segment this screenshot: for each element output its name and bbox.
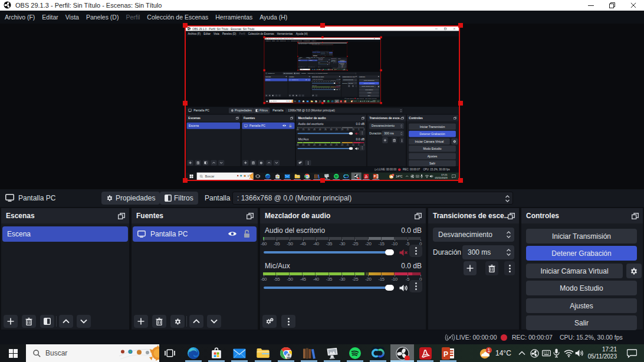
scene-list-item: Escena <box>265 78 287 81</box>
virtual-camera-settings-button[interactable] <box>626 264 642 278</box>
filters-button[interactable]: Filtros <box>160 192 198 205</box>
handle-top-right[interactable] <box>458 23 463 28</box>
window-titlebar: OBS 29.1.3 - Perfil: Sin Título - Escena… <box>0 0 644 11</box>
remove-source-button[interactable] <box>152 315 166 328</box>
remove-transition-button[interactable] <box>485 261 498 275</box>
menu-ayuda[interactable]: Ayuda (H) <box>256 11 291 24</box>
mute-button-unmuted-icon <box>355 147 359 150</box>
transition-properties-button[interactable] <box>504 261 515 275</box>
display-select-combo[interactable]: : 1366x768 @ 0,0 (Monitor principal) <box>232 192 513 205</box>
add-scene-button[interactable] <box>4 315 18 328</box>
menu-perfil[interactable]: Perfil <box>122 11 143 24</box>
properties-button[interactable]: Propiedades <box>101 192 160 205</box>
preview-capture-source[interactable]: OBS 29.1.3 - Perfil: Sin Título - Escena… <box>185 25 460 181</box>
cpu-fps-stats: CPU: 15.2%, 30.00 fps <box>560 330 623 344</box>
task-view-button[interactable] <box>160 344 179 362</box>
taskbar-app-spotify[interactable] <box>346 344 364 362</box>
volume-slider-handle[interactable] <box>385 249 394 255</box>
start-button[interactable] <box>0 344 26 362</box>
handle-bottom-center <box>321 102 323 104</box>
add-source-button[interactable] <box>134 315 148 328</box>
minimize-button[interactable] <box>580 0 602 11</box>
handle-top-center[interactable] <box>320 23 325 28</box>
move-source-down-button[interactable] <box>207 315 221 328</box>
volume-slider[interactable] <box>264 251 390 254</box>
mute-button-unmuted-icon[interactable] <box>399 284 408 292</box>
taskbar-app-powerpoint[interactable]: P <box>439 344 458 362</box>
handle-top-left[interactable] <box>183 23 188 28</box>
taskbar-app-store[interactable] <box>207 344 226 362</box>
restore-button[interactable] <box>602 0 623 11</box>
weather-icon[interactable]: 1 <box>479 346 493 360</box>
taskbar-app-edge[interactable] <box>184 344 203 362</box>
start-streaming-button[interactable]: Iniciar Transmisión <box>526 229 637 243</box>
taskbar-app-photos[interactable] <box>323 344 341 362</box>
popout-icon[interactable] <box>247 213 254 219</box>
menu-editar[interactable]: Editar <box>38 11 61 24</box>
channel-menu-button[interactable] <box>409 280 422 292</box>
source-properties-button[interactable] <box>170 315 185 328</box>
taskbar-app-books[interactable] <box>300 344 318 362</box>
volume-slider-handle[interactable] <box>385 285 394 291</box>
tray-microphone-icon[interactable] <box>553 348 560 358</box>
add-transition-button[interactable] <box>464 261 477 275</box>
popout-icon[interactable] <box>632 213 639 219</box>
menu-coleccion[interactable]: Colección de Escenas <box>143 11 212 24</box>
move-source-up-button <box>298 94 301 97</box>
start-virtual-camera-button[interactable]: Iniciar Cámara Virtual <box>526 264 623 278</box>
preview-canvas[interactable]: OBS 29.1.3 - Perfil: Sin Título - Escena… <box>0 24 644 189</box>
menu-archivo[interactable]: Archivo (F) <box>0 11 38 24</box>
meter-tick-label: -50 <box>316 81 317 83</box>
handle-bottom-left[interactable] <box>183 178 188 183</box>
meter-tick-label: -30 <box>339 277 345 282</box>
taskbar-app-obs[interactable] <box>393 344 412 362</box>
tray-obs-icon[interactable] <box>530 349 539 358</box>
advanced-audio-button[interactable] <box>262 315 277 328</box>
action-center-icon[interactable] <box>627 349 637 358</box>
tray-wifi-icon[interactable] <box>564 350 574 357</box>
tray-chevron-up-icon[interactable] <box>518 351 525 356</box>
stop-recording-button[interactable]: Detener Grabación <box>526 246 637 261</box>
channel-menu-button[interactable] <box>409 245 422 257</box>
mixer-menu-button[interactable] <box>281 315 295 328</box>
move-scene-up-button[interactable] <box>59 315 73 328</box>
taskbar-app-uniconverter[interactable] <box>369 344 387 362</box>
handle-mid-right[interactable] <box>458 101 463 106</box>
handle-top-right <box>347 42 347 42</box>
visibility-eye-icon[interactable] <box>228 230 237 238</box>
taskbar-app-chrome[interactable] <box>277 344 295 362</box>
taskbar-app-acrobat[interactable] <box>416 344 435 362</box>
tray-volume-icon[interactable] <box>575 349 584 357</box>
move-scene-down-button[interactable] <box>77 315 91 328</box>
unlock-icon[interactable] <box>243 229 251 238</box>
duration-spinbox[interactable]: 300 ms <box>462 245 514 259</box>
source-list-item[interactable]: Pantalla PC <box>133 226 257 242</box>
popout-icon[interactable] <box>118 213 125 219</box>
taskbar-app-mail[interactable] <box>230 344 249 362</box>
mixer-channel-db: 0.0 dB <box>401 226 422 235</box>
scene-list-item[interactable]: Escena <box>2 226 128 242</box>
settings-button[interactable]: Ajustes <box>526 298 637 313</box>
handle-bottom-center[interactable] <box>320 178 325 183</box>
studio-mode-button[interactable]: Modo Estudio <box>526 281 637 295</box>
close-button[interactable] <box>623 0 644 11</box>
popout-icon[interactable] <box>415 213 422 219</box>
menu-paneles[interactable]: Paneles (D) <box>83 11 122 24</box>
tray-touch-keyboard-icon[interactable] <box>542 350 551 357</box>
taskbar-app-explorer[interactable] <box>254 344 272 362</box>
menu-vista[interactable]: Vista <box>62 11 83 24</box>
menu-herramientas[interactable]: Herramientas <box>212 11 256 24</box>
handle-bottom-right[interactable] <box>458 178 463 183</box>
transition-select[interactable]: Desvanecimiento <box>433 228 514 242</box>
taskbar-search-box[interactable]: Buscar <box>26 344 159 362</box>
volume-slider[interactable] <box>264 287 390 289</box>
remove-scene-button[interactable] <box>22 315 36 328</box>
scene-filters-button[interactable] <box>40 315 54 328</box>
exit-button[interactable]: Salir <box>526 315 637 330</box>
handle-mid-left[interactable] <box>183 101 188 106</box>
weather-temperature[interactable]: 14°C <box>495 344 511 362</box>
mute-button-muted-icon[interactable] <box>399 249 408 256</box>
move-source-up-button[interactable] <box>189 315 203 328</box>
popout-icon[interactable] <box>508 213 515 219</box>
tray-clock[interactable]: 17:21 05/11/2023 <box>588 346 617 360</box>
